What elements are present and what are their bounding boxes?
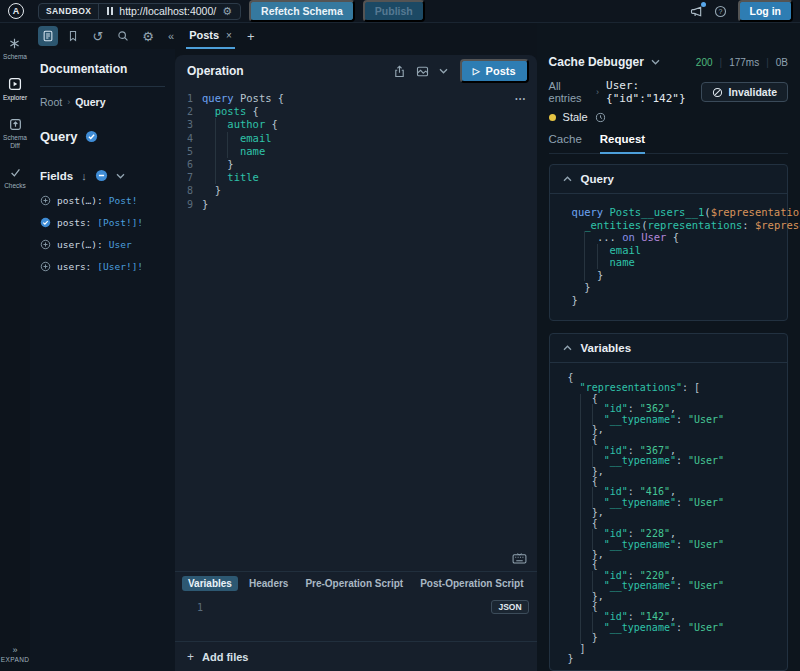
query-section: Query query Posts__users__1($representat… <box>549 164 788 321</box>
notification-dot <box>701 2 706 7</box>
circle-plus-icon[interactable] <box>40 195 51 206</box>
sort-arrow-icon[interactable]: ↓ <box>81 170 87 182</box>
plus-icon: + <box>187 650 194 664</box>
check-badge-icon <box>85 130 98 143</box>
sidebar-label-explorer: Explorer <box>3 94 27 103</box>
field-type[interactable]: [User!]! <box>97 261 143 272</box>
op-bottom-tabs: VariablesHeadersPre-Operation ScriptPost… <box>175 571 537 595</box>
doc-field-row[interactable]: post(…): Post! <box>40 195 165 206</box>
settings-gear-icon[interactable]: ⚙ <box>138 26 158 46</box>
add-files-button[interactable]: + Add files <box>175 641 537 671</box>
all-entries-link[interactable]: All entries <box>549 80 590 104</box>
field-type[interactable]: User <box>109 239 132 250</box>
variables-section-header[interactable]: Variables <box>550 334 787 363</box>
sidebar-label-schema: Schema <box>3 53 27 62</box>
field-name: posts: <box>57 217 91 228</box>
search-icon[interactable] <box>113 26 133 46</box>
operation-editor[interactable]: 1query Posts {2 posts {3 author {4 email… <box>175 87 537 571</box>
doc-fields-list: post(…): Post!posts: [Post!]!user(…): Us… <box>40 195 165 272</box>
field-type[interactable]: [Post!]! <box>97 217 143 228</box>
op-tab-pre-operation-script[interactable]: Pre-Operation Script <box>299 576 409 591</box>
apollo-logo-letter: A <box>13 6 20 16</box>
query-section-header[interactable]: Query <box>550 165 787 194</box>
kebab-menu-icon[interactable]: ••• <box>515 95 526 102</box>
chevron-down-icon[interactable] <box>439 68 448 74</box>
pause-icon[interactable] <box>107 7 113 15</box>
sidebar-item-explorer[interactable]: Explorer <box>3 77 27 103</box>
cache-debugger-panel: Cache Debugger 200 | 177ms | 0B All entr… <box>537 23 800 671</box>
doc-field-row[interactable]: posts: [Post!]! <box>40 217 165 228</box>
tab-cache[interactable]: Cache <box>549 133 582 153</box>
invalidate-button[interactable]: Invalidate <box>701 82 788 102</box>
history-icon[interactable]: ↺ <box>88 26 108 46</box>
chevrons-right-icon: » <box>12 645 17 655</box>
run-operation-label: Posts <box>486 65 516 77</box>
collapse-panel-icon[interactable]: « <box>168 30 174 42</box>
expand-label: EXPAND <box>1 656 30 663</box>
app-window: A SANDBOX http://localhost:4000/ ⚙ Refet… <box>0 0 800 671</box>
expand-sidebar-button[interactable]: » EXPAND <box>1 645 30 663</box>
log-in-button[interactable]: Log in <box>738 0 794 22</box>
check-badge-icon[interactable] <box>40 217 51 228</box>
tab-posts[interactable]: Posts × <box>186 23 235 49</box>
help-icon[interactable]: ? <box>714 5 727 18</box>
connection-settings-gear-icon[interactable]: ⚙ <box>222 6 232 17</box>
sidebar-item-checks[interactable]: Checks <box>4 166 26 191</box>
op-tab-variables[interactable]: Variables <box>182 576 238 591</box>
variables-section-title: Variables <box>581 342 632 354</box>
status-code: 200 <box>696 57 713 68</box>
op-tab-headers[interactable]: Headers <box>243 576 294 591</box>
response-duration: 177ms <box>729 57 759 68</box>
refetch-schema-button[interactable]: Refetch Schema <box>249 0 355 22</box>
doc-field-row[interactable]: users: [User!]! <box>40 261 165 272</box>
breadcrumb: Root › Query <box>40 96 165 108</box>
endpoint-url-box[interactable]: http://localhost:4000/ ⚙ <box>99 4 240 19</box>
top-bar: A SANDBOX http://localhost:4000/ ⚙ Refet… <box>0 0 800 23</box>
documentation-panel-icon[interactable] <box>38 26 58 46</box>
variables-editor[interactable]: 1 JSON <box>175 595 537 641</box>
operation-header: Operation ▷ Posts <box>175 55 537 87</box>
apollo-logo[interactable]: A <box>8 3 24 19</box>
run-operation-button[interactable]: ▷ Posts <box>460 59 529 83</box>
sidebar-label-checks: Checks <box>4 182 26 191</box>
field-type[interactable]: Post! <box>109 195 138 206</box>
circle-plus-icon[interactable] <box>40 261 51 272</box>
operation-panel: Operation ▷ Posts <box>175 49 537 671</box>
type-title: Query <box>40 129 78 144</box>
new-tab-button[interactable]: + <box>247 29 255 44</box>
sandbox-badge: SANDBOX <box>39 4 99 19</box>
announcements-icon[interactable] <box>690 5 703 18</box>
json-mode-badge[interactable]: JSON <box>491 600 528 614</box>
keyboard-shortcuts-icon[interactable] <box>512 553 527 564</box>
request-query-code: query Posts__users__1($representations: … <box>550 194 787 320</box>
filter-minus-badge-icon[interactable] <box>95 169 108 182</box>
share-icon[interactable] <box>393 65 406 78</box>
clock-icon[interactable] <box>595 112 606 123</box>
responses-layout-icon[interactable] <box>416 65 429 78</box>
stat-divider: | <box>720 57 723 68</box>
chevron-down-icon[interactable] <box>651 59 660 65</box>
field-name: users: <box>57 261 91 272</box>
endpoint-url[interactable]: http://localhost:4000/ <box>119 5 216 17</box>
tab-request[interactable]: Request <box>600 133 645 154</box>
sidebar-item-schema-diff[interactable]: Schema Diff <box>1 118 29 152</box>
schema-diff-icon <box>9 118 22 131</box>
sidebar-item-schema[interactable]: Schema <box>3 37 27 62</box>
stat-divider: | <box>766 57 769 68</box>
operation-title: Operation <box>187 64 244 78</box>
tab-close-icon[interactable]: × <box>226 30 232 41</box>
variables-section: Variables { "representations": [ { "id":… <box>549 333 788 671</box>
bookmark-icon[interactable] <box>63 26 83 46</box>
tab-posts-label: Posts <box>189 29 219 41</box>
sidebar-label-schema-diff: Schema Diff <box>1 134 29 152</box>
op-tab-post-operation-script[interactable]: Post-Operation Script <box>414 576 529 591</box>
circle-plus-icon[interactable] <box>40 239 51 250</box>
publish-button[interactable]: Publish <box>363 0 425 22</box>
chevron-down-icon[interactable] <box>116 173 125 179</box>
cache-debugger-title: Cache Debugger <box>549 55 644 69</box>
invalidate-label: Invalidate <box>729 86 777 98</box>
breadcrumb-root[interactable]: Root <box>40 96 62 108</box>
stale-status-dot <box>549 114 556 121</box>
request-variables-code: { "representations": [ { "id": "362", "_… <box>550 363 787 670</box>
doc-field-row[interactable]: user(…): User <box>40 239 165 250</box>
